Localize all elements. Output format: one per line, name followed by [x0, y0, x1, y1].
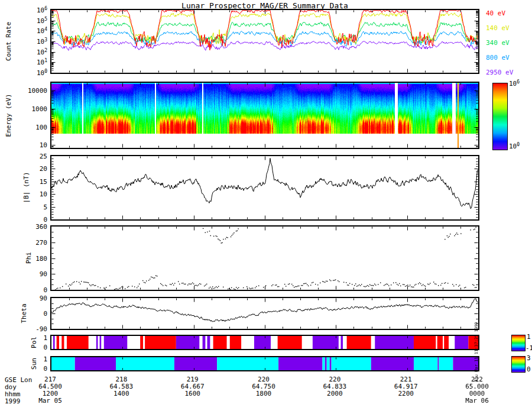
energy-ytick-10: 10	[40, 142, 47, 148]
xaxis-gse-lon-tick-0: 217	[44, 376, 56, 383]
energy-colorbar-max-label: 106	[509, 80, 520, 88]
xaxis-gse-lon-tick-4: 220	[329, 376, 340, 383]
b-ytick-15: 15	[40, 178, 47, 185]
ylabel-sun: Sun	[30, 358, 38, 370]
legend-item-800ev: 800 eV	[486, 54, 510, 62]
xaxis-hhmm-tick-6: 0000	[469, 390, 485, 397]
phi-ytick-360: 360	[35, 224, 47, 230]
sun-bar	[50, 356, 479, 371]
xaxis-doy-tick-6: 65.000	[465, 383, 489, 390]
phi-ytick-90: 90	[40, 271, 47, 277]
pol-ytick-0: 0	[43, 344, 47, 351]
xaxis-gse-lon-tick-1: 218	[115, 376, 127, 383]
panel-b-magnitude	[50, 155, 479, 223]
count-rate-ytick-10^0: 100	[37, 69, 47, 77]
xaxis-hhmm-tick-2: 1600	[184, 390, 200, 397]
ylabel-count-rate: Count Rate	[5, 22, 12, 61]
b-ytick-5: 5	[43, 203, 47, 210]
energy-ytick-10000: 10000	[28, 87, 47, 93]
legend-item-340ev: 340 eV	[486, 39, 510, 47]
b-ytick-20: 20	[40, 166, 47, 172]
b-ytick-10: 10	[40, 191, 47, 198]
xaxis-gse-lon-tick-6: 222	[471, 376, 483, 383]
xaxis-doy-tick-1: 64.583	[109, 383, 133, 390]
xaxis-gse-lon-tick-5: 221	[400, 376, 412, 383]
panel-theta	[50, 297, 479, 332]
ylabel-phi: Phi	[25, 252, 33, 264]
legend-item-140ev: 140 eV	[486, 24, 510, 32]
lunar-prospector-summary-plot: Lunar Prospector MAG/ER Summary Data Cou…	[0, 0, 532, 414]
xaxis-doy-tick-2: 64.667	[181, 383, 205, 390]
legend-item-2950ev: 2950 eV	[486, 69, 513, 76]
xaxis-1999-tick-6: Mar 06	[465, 397, 489, 404]
b-ytick-0: 0	[43, 216, 47, 223]
count-rate-ytick-10^5: 105	[37, 17, 47, 24]
theta-ytick--90: -90	[35, 326, 47, 332]
phi-plot	[50, 225, 479, 291]
sun-ytick-0: 0	[43, 366, 47, 372]
ylabel-b-magnitude: |B| (nT)	[22, 172, 30, 203]
phi-ytick-180: 180	[35, 255, 47, 261]
energy-colorbar-min-label: 100	[509, 143, 520, 150]
panel-count-rate	[50, 9, 479, 76]
pol-colorbar-min-label: -1	[525, 345, 532, 351]
phi-ytick-270: 270	[35, 239, 47, 245]
xaxis-hhmm-tick-1: 1400	[113, 390, 129, 397]
xaxis-doy-tick-0: 64.500	[38, 383, 62, 390]
panel-sun	[50, 356, 479, 374]
count-rate-ytick-10^6: 106	[37, 7, 47, 14]
xaxis-gse-lon-tick-3: 220	[258, 376, 270, 383]
b-magnitude-plot	[50, 155, 479, 221]
xaxis-hhmm-tick-0: 1200	[43, 390, 59, 397]
energy-colorbar	[492, 83, 508, 150]
energy-ytick-100: 100	[35, 124, 47, 130]
legend-item-40ev: 40 eV	[486, 9, 505, 17]
sun-ytick-1: 1	[43, 356, 47, 363]
pol-ytick-1: 1	[43, 335, 47, 341]
xaxis-hhmm-tick-3: 1800	[256, 390, 272, 397]
xaxis-doy-tick-4: 64.833	[323, 383, 346, 390]
count-rate-ytick-10^1: 101	[37, 59, 47, 66]
theta-plot	[50, 297, 479, 330]
pol-bar	[50, 335, 479, 350]
xaxis-doy-tick-3: 64.750	[252, 383, 275, 390]
xaxis-row-label-year: 1999	[5, 397, 21, 405]
pol-colorbar-max-label: 1	[527, 334, 531, 340]
count-rate-ytick-10^2: 102	[37, 48, 47, 56]
xaxis-1999-tick-0: Mar 05	[38, 397, 62, 404]
theta-ytick-0: 0	[43, 310, 47, 317]
count-rate-ytick-10^3: 103	[37, 38, 47, 46]
pol-colorbar	[511, 335, 525, 351]
panel-energy-spectrogram	[50, 82, 479, 151]
panel-pol	[50, 335, 479, 352]
ylabel-pol: Pol	[30, 337, 38, 348]
ylabel-theta: Theta	[20, 303, 28, 323]
xaxis-hhmm-tick-4: 2000	[327, 390, 343, 397]
xaxis-gse-lon-tick-2: 219	[187, 376, 199, 383]
ylabel-energy: Energy (eV)	[5, 94, 12, 137]
sun-colorbar-min-label: 0	[527, 366, 531, 373]
panel-phi	[50, 225, 479, 293]
count-rate-plot	[50, 9, 479, 74]
plot-timestamp: Thu Mar 11 11:37:25 1999	[474, 322, 479, 381]
sun-colorbar	[511, 356, 525, 373]
xaxis-hhmm-tick-5: 2200	[398, 390, 414, 397]
theta-ytick-90: 90	[40, 295, 47, 302]
b-ytick-25: 25	[40, 153, 47, 160]
sun-colorbar-max-label: 3	[527, 355, 531, 361]
xaxis-doy-tick-5: 64.917	[394, 383, 418, 390]
energy-spectrogram-plot	[50, 82, 479, 149]
count-rate-ytick-10^4: 104	[37, 27, 47, 35]
energy-ytick-1000: 1000	[32, 105, 48, 112]
phi-ytick-0: 0	[43, 287, 47, 293]
